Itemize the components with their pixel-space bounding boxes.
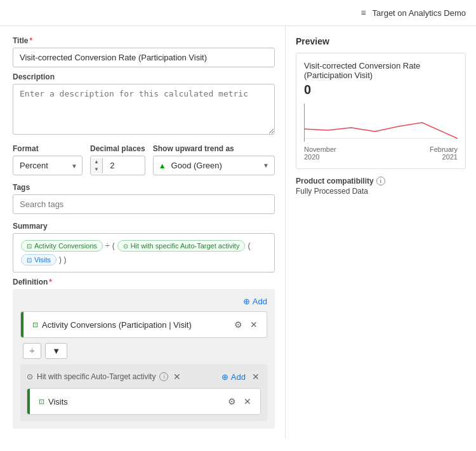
nested-label: ⊙ Hit with specific Auto-Target activity… xyxy=(27,370,182,383)
definition-header: ⊕ Add xyxy=(20,297,267,306)
summary-box: ⊡ Activity Conversions ÷ ( ⊙ Hit with sp… xyxy=(13,233,275,273)
format-label: Format xyxy=(13,144,83,153)
inner-metric-actions: ⚙ ✕ xyxy=(227,395,253,408)
nested-add-plus-icon: ⊕ xyxy=(221,372,228,382)
inner-metric-content: ⊡ Visits xyxy=(35,397,227,407)
nested-definition-box: ⊙ Hit with specific Auto-Target activity… xyxy=(20,364,267,421)
product-compat: Product compatibility i Fully Processed … xyxy=(296,177,466,196)
title-required-star: * xyxy=(29,36,32,45)
title-label: Title* xyxy=(13,36,275,45)
add-metric-plus-icon: ⊕ xyxy=(243,297,250,306)
trend-select-wrapper: ▲ Good (Green) Bad (Red) ▼ xyxy=(153,156,275,175)
header-title-group: ≡ Target on Analytics Demo xyxy=(360,8,466,18)
format-select-wrapper: Percent Number Currency Time ▼ xyxy=(13,156,83,175)
summary-open-paren: ( xyxy=(112,241,115,250)
date-end: February2021 xyxy=(430,145,458,161)
summary-section: Summary ⊡ Activity Conversions ÷ ( ⊙ Hit… xyxy=(13,222,275,273)
description-textarea[interactable] xyxy=(13,84,275,135)
metric-row-1-actions: ⚙ ✕ xyxy=(233,318,259,331)
activity-conversions-icon: ⊡ xyxy=(27,243,32,250)
summary-chip-hit-label: Hit with specific Auto-Target activity xyxy=(131,242,240,250)
nested-box-close-button[interactable]: ✕ xyxy=(251,370,261,383)
inner-metric-close-button[interactable]: ✕ xyxy=(242,395,253,408)
preview-card: Visit-corrected Conversion Rate (Partici… xyxy=(296,53,466,169)
tags-input[interactable] xyxy=(13,194,275,214)
preview-title: Preview xyxy=(296,36,466,46)
summary-chip-activity: ⊡ Activity Conversions xyxy=(21,240,103,252)
summary-chip-hit: ⊙ Hit with specific Auto-Target activity xyxy=(117,240,246,252)
nested-actions: ⊕ Add ✕ xyxy=(221,370,261,383)
metric-1-icon: ⊡ xyxy=(32,321,38,329)
nested-add-button[interactable]: ⊕ Add xyxy=(221,372,246,382)
inner-metric-row: ⊡ Visits ⚙ ✕ xyxy=(27,388,261,415)
tags-field-group: Tags xyxy=(13,183,275,214)
nested-header: ⊙ Hit with specific Auto-Target activity… xyxy=(27,370,261,383)
description-label: Description xyxy=(13,72,275,81)
definition-required-star: * xyxy=(49,278,52,286)
summary-close-parens: ) ) xyxy=(59,255,66,264)
summary-chip-visits-label: Visits xyxy=(34,256,51,264)
decimal-decrement[interactable]: ▼ xyxy=(91,166,102,173)
nested-hit-icon: ⊙ xyxy=(27,372,33,381)
description-field-group: Description xyxy=(13,72,275,137)
metric-1-close-button[interactable]: ✕ xyxy=(249,318,259,331)
inner-metric-icon: ⊡ xyxy=(39,398,44,406)
app-title: Target on Analytics Demo xyxy=(373,8,466,18)
inner-metric-gear-button[interactable]: ⚙ xyxy=(227,395,237,408)
inner-metric-label: Visits xyxy=(48,397,68,407)
format-row: Format Percent Number Currency Time ▼ De… xyxy=(13,144,275,175)
summary-chip-visits: ⊡ Visits xyxy=(21,254,56,266)
header: ≡ Target on Analytics Demo xyxy=(0,0,476,26)
operator-row: ÷ ▼ xyxy=(23,343,267,359)
summary-divider: ÷ xyxy=(105,241,110,250)
trend-select[interactable]: Good (Green) Bad (Red) xyxy=(171,156,263,175)
trend-label: Show upward trend as xyxy=(153,144,275,153)
preview-metric-title: Visit-corrected Conversion Rate (Partici… xyxy=(304,61,458,80)
nested-hit-label: Hit with specific Auto-Target activity xyxy=(37,372,155,381)
format-select[interactable]: Percent Number Currency Time xyxy=(13,156,83,175)
title-input[interactable] xyxy=(13,48,275,67)
decimal-input-wrapper: ▲ ▼ 2 xyxy=(90,156,145,175)
trend-select-arrow: ▼ xyxy=(263,162,274,169)
product-compat-label: Product compatibility i xyxy=(296,177,466,185)
definition-box: ⊕ Add ⊡ Activity Conversions (Participat… xyxy=(13,289,275,429)
format-group: Format Percent Number Currency Time ▼ xyxy=(13,144,83,175)
inner-metric-accent xyxy=(27,389,30,414)
operator-button[interactable]: ÷ xyxy=(23,343,41,359)
tags-label: Tags xyxy=(13,183,275,192)
nested-close-button[interactable]: ✕ xyxy=(172,370,182,383)
decimal-spinners: ▲ ▼ xyxy=(91,158,103,173)
operator-symbol: ÷ xyxy=(30,346,34,356)
product-compat-value: Fully Processed Data xyxy=(296,187,466,196)
metric-1-gear-button[interactable]: ⚙ xyxy=(233,318,244,331)
add-metric-button[interactable]: ⊕ Add xyxy=(243,297,267,306)
decimal-value: 2 xyxy=(103,156,122,175)
metric-row-1-content: ⊡ Activity Conversions (Participation | … xyxy=(29,320,233,330)
right-panel: Preview Visit-corrected Conversion Rate … xyxy=(286,26,476,439)
left-panel: Title* Description Format Percent Number… xyxy=(0,26,286,439)
main-layout: Title* Description Format Percent Number… xyxy=(0,26,476,439)
nested-info-icon[interactable]: i xyxy=(159,372,168,381)
operator-dropdown-button[interactable]: ▼ xyxy=(45,343,67,359)
definition-section: Definition* ⊕ Add ⊡ Activity Conversions… xyxy=(13,278,275,429)
trend-group: Show upward trend as ▲ Good (Green) Bad … xyxy=(153,144,275,175)
hit-icon: ⊙ xyxy=(123,243,128,250)
preview-chart xyxy=(304,104,458,142)
operator-chevron-icon: ▼ xyxy=(52,346,60,356)
decimal-increment[interactable]: ▲ xyxy=(91,158,102,166)
visits-icon: ⊡ xyxy=(27,257,32,264)
preview-metric-value: 0 xyxy=(304,83,458,97)
hamburger-icon[interactable]: ≡ xyxy=(360,8,366,18)
decimal-group: Decimal places ▲ ▼ 2 xyxy=(90,144,145,175)
metric-1-label: Activity Conversions (Participation | Vi… xyxy=(42,320,192,330)
preview-dates: November2020 February2021 xyxy=(304,145,458,161)
decimal-label: Decimal places xyxy=(90,144,145,153)
title-field-group: Title* xyxy=(13,36,275,67)
metric-row-1-accent xyxy=(21,312,23,337)
date-start: November2020 xyxy=(304,145,336,161)
product-compat-info-icon[interactable]: i xyxy=(376,177,385,185)
chart-svg xyxy=(304,104,458,142)
summary-chip-activity-label: Activity Conversions xyxy=(34,242,97,250)
trend-up-icon: ▲ xyxy=(154,157,171,175)
summary-label: Summary xyxy=(13,222,275,231)
